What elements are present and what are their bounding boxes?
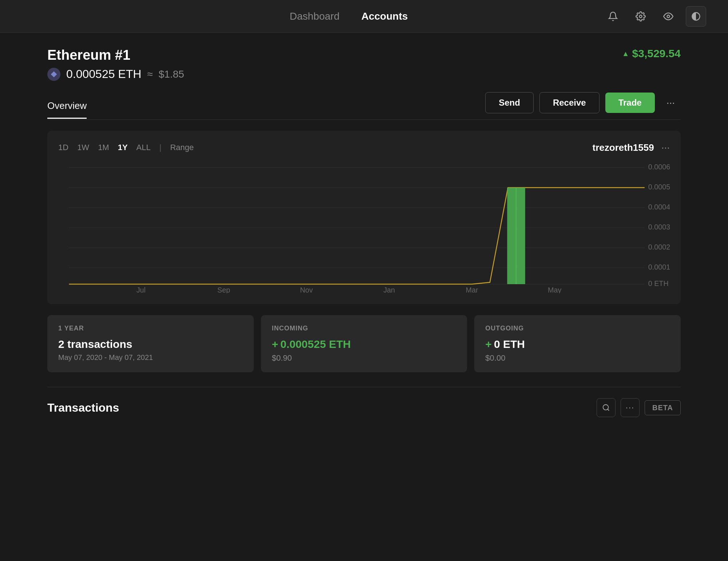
time-divider: | xyxy=(159,143,162,152)
stat-outgoing-label: OUTGOING xyxy=(485,325,670,332)
svg-text:May: May xyxy=(548,286,561,293)
svg-point-1 xyxy=(667,15,670,17)
main-content: Ethereum #1 0.000525 ETH ≈ $1.85 ▲ $3,52… xyxy=(0,33,728,435)
tab-overview[interactable]: Overview xyxy=(47,93,87,119)
svg-text:0.0004 ETH: 0.0004 ETH xyxy=(648,203,670,211)
header-icons xyxy=(603,6,706,27)
svg-text:0.0002 ETH: 0.0002 ETH xyxy=(648,243,670,251)
account-title: Ethereum #1 xyxy=(47,47,184,63)
svg-text:Mar: Mar xyxy=(466,286,478,293)
more-options-button[interactable]: ··· xyxy=(661,92,681,114)
settings-button[interactable] xyxy=(630,6,651,27)
chart-controls: 1D 1W 1M 1Y ALL | Range trezoreth1559 ··… xyxy=(58,142,670,153)
stats-cards: 1 YEAR 2 transactions May 07, 2020 - May… xyxy=(47,315,681,372)
transactions-more-button[interactable]: ··· xyxy=(621,398,640,417)
svg-point-25 xyxy=(603,405,609,410)
eth-usd-value: $1.85 xyxy=(159,68,184,80)
incoming-eth: 0.000525 ETH xyxy=(280,338,351,350)
eth-icon xyxy=(47,68,60,81)
incoming-plus: + xyxy=(272,338,278,350)
stat-incoming-usd: $0.90 xyxy=(272,353,456,363)
theme-toggle-button[interactable] xyxy=(686,6,706,27)
svg-point-0 xyxy=(640,15,642,17)
chart-svg: 0.0006 ETH 0.0005 ETH 0.0004 ETH 0.0003 … xyxy=(58,162,670,293)
chart-title: trezoreth1559 xyxy=(593,142,654,153)
receive-button[interactable]: Receive xyxy=(539,92,600,113)
stat-year-value: 2 transactions xyxy=(58,338,243,350)
tabs-actions-bar: Overview Send Receive Trade ··· xyxy=(47,92,681,120)
nav-dashboard[interactable]: Dashboard xyxy=(290,11,340,22)
stat-year-date: May 07, 2020 - May 07, 2021 xyxy=(58,353,243,362)
svg-text:Jul: Jul xyxy=(136,286,146,293)
eth-approx-symbol: ≈ xyxy=(147,68,153,80)
transactions-actions: ··· BETA xyxy=(597,398,681,417)
svg-text:Jan: Jan xyxy=(383,286,395,293)
notification-button[interactable] xyxy=(603,6,623,27)
account-balance-row: 0.000525 ETH ≈ $1.85 xyxy=(47,67,184,81)
stat-incoming-label: INCOMING xyxy=(272,325,456,332)
stat-card-outgoing: OUTGOING +0 ETH $0.00 xyxy=(474,315,681,372)
chart-section: 1D 1W 1M 1Y ALL | Range trezoreth1559 ··… xyxy=(47,131,681,304)
svg-text:Sep: Sep xyxy=(217,286,230,293)
svg-marker-2 xyxy=(51,71,57,77)
svg-text:0.0006 ETH: 0.0006 ETH xyxy=(648,163,670,171)
svg-text:Nov: Nov xyxy=(300,286,313,293)
svg-line-26 xyxy=(608,409,609,411)
nav-accounts[interactable]: Accounts xyxy=(361,11,408,22)
price-up-arrow: ▲ xyxy=(622,50,629,58)
svg-text:0 ETH: 0 ETH xyxy=(648,279,669,287)
eth-price-badge: ▲ $3,529.54 xyxy=(622,47,681,60)
filter-range[interactable]: Range xyxy=(170,143,194,152)
filter-all[interactable]: ALL xyxy=(136,143,151,152)
outgoing-eth: 0 ETH xyxy=(494,338,525,350)
stat-card-incoming: INCOMING +0.000525 ETH $0.90 xyxy=(261,315,467,372)
stat-outgoing-value: +0 ETH xyxy=(485,338,670,350)
search-transactions-button[interactable] xyxy=(597,398,616,417)
top-navigation: Dashboard Accounts xyxy=(0,0,728,33)
eth-price-usd: $3,529.54 xyxy=(632,47,681,60)
transactions-section: Transactions ··· BETA xyxy=(47,387,681,417)
eth-balance: 0.000525 ETH xyxy=(66,67,141,81)
account-info: Ethereum #1 0.000525 ETH ≈ $1.85 xyxy=(47,47,184,81)
price-chart: 0.0006 ETH 0.0005 ETH 0.0004 ETH 0.0003 … xyxy=(58,162,670,293)
filter-1d[interactable]: 1D xyxy=(58,143,68,152)
svg-text:0.0005 ETH: 0.0005 ETH xyxy=(648,183,670,191)
stat-incoming-value: +0.000525 ETH xyxy=(272,338,456,350)
stat-outgoing-usd: $0.00 xyxy=(485,353,670,363)
chart-more-options[interactable]: ··· xyxy=(661,142,670,153)
time-filters: 1D 1W 1M 1Y ALL | Range xyxy=(58,143,194,152)
filter-1w[interactable]: 1W xyxy=(77,143,89,152)
svg-text:0.0003 ETH: 0.0003 ETH xyxy=(648,223,670,231)
filter-1m[interactable]: 1M xyxy=(98,143,109,152)
eye-button[interactable] xyxy=(658,6,678,27)
transactions-dots: ··· xyxy=(626,403,634,412)
transactions-title: Transactions xyxy=(47,401,119,415)
account-header: Ethereum #1 0.000525 ETH ≈ $1.85 ▲ $3,52… xyxy=(47,47,681,81)
stat-card-year: 1 YEAR 2 transactions May 07, 2020 - May… xyxy=(47,315,254,372)
svg-text:0.0001 ETH: 0.0001 ETH xyxy=(648,263,670,271)
beta-badge: BETA xyxy=(645,400,681,415)
transactions-header: Transactions ··· BETA xyxy=(47,398,681,417)
nav-links: Dashboard Accounts xyxy=(290,11,408,22)
stat-year-label: 1 YEAR xyxy=(58,325,243,332)
send-button[interactable]: Send xyxy=(485,92,534,113)
action-buttons: Send Receive Trade ··· xyxy=(485,92,681,119)
trade-button[interactable]: Trade xyxy=(605,93,655,113)
outgoing-plus: + xyxy=(485,338,492,350)
filter-1y[interactable]: 1Y xyxy=(118,143,128,152)
